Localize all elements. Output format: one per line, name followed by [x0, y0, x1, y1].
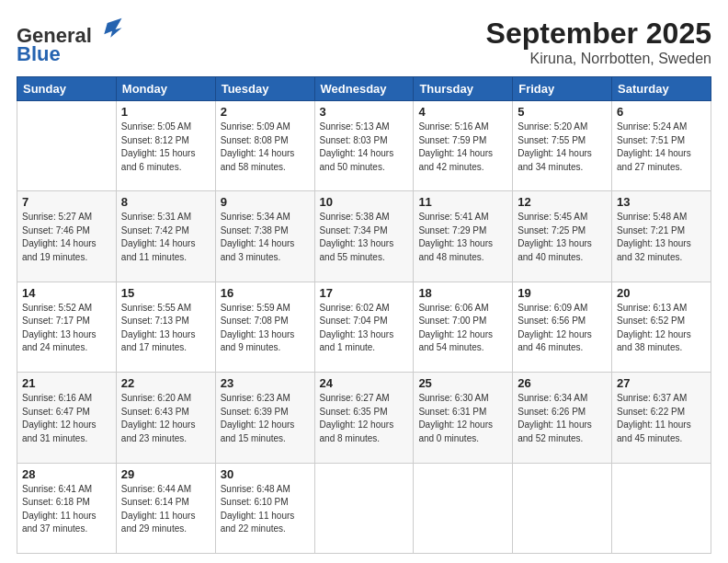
day-info: Sunrise: 5:38 AM Sunset: 7:34 PM Dayligh…	[320, 211, 409, 264]
calendar-cell: 13Sunrise: 5:48 AM Sunset: 7:21 PM Dayli…	[612, 191, 711, 282]
day-number: 6	[617, 105, 706, 119]
calendar-cell	[314, 463, 414, 553]
logo-bird-icon	[99, 17, 125, 42]
weekday-header-monday: Monday	[116, 77, 215, 101]
day-number: 28	[22, 467, 111, 481]
weekday-header-wednesday: Wednesday	[314, 77, 414, 101]
day-info: Sunrise: 6:41 AM Sunset: 6:18 PM Dayligh…	[22, 483, 111, 536]
day-info: Sunrise: 5:20 AM Sunset: 7:55 PM Dayligh…	[518, 121, 607, 174]
day-number: 17	[320, 286, 409, 300]
day-info: Sunrise: 6:06 AM Sunset: 7:00 PM Dayligh…	[418, 302, 507, 355]
calendar-cell: 3Sunrise: 5:13 AM Sunset: 8:03 PM Daylig…	[314, 101, 414, 191]
calendar-cell: 2Sunrise: 5:09 AM Sunset: 8:08 PM Daylig…	[215, 101, 314, 191]
day-number: 14	[22, 286, 111, 300]
calendar-cell: 23Sunrise: 6:23 AM Sunset: 6:39 PM Dayli…	[215, 373, 314, 463]
day-number: 29	[121, 467, 210, 481]
calendar-cell: 8Sunrise: 5:31 AM Sunset: 7:42 PM Daylig…	[116, 191, 215, 282]
day-info: Sunrise: 6:27 AM Sunset: 6:35 PM Dayligh…	[320, 392, 409, 445]
day-number: 13	[617, 195, 706, 209]
day-number: 8	[121, 195, 210, 209]
calendar-cell	[513, 463, 612, 553]
calendar-cell: 5Sunrise: 5:20 AM Sunset: 7:55 PM Daylig…	[513, 101, 612, 191]
day-info: Sunrise: 6:30 AM Sunset: 6:31 PM Dayligh…	[418, 392, 507, 445]
calendar-cell: 15Sunrise: 5:55 AM Sunset: 7:13 PM Dayli…	[116, 282, 215, 372]
calendar-cell: 10Sunrise: 5:38 AM Sunset: 7:34 PM Dayli…	[314, 191, 414, 282]
calendar-cell: 21Sunrise: 6:16 AM Sunset: 6:47 PM Dayli…	[17, 373, 117, 463]
day-info: Sunrise: 6:16 AM Sunset: 6:47 PM Dayligh…	[22, 392, 111, 445]
day-info: Sunrise: 5:31 AM Sunset: 7:42 PM Dayligh…	[121, 211, 210, 264]
calendar-cell: 11Sunrise: 5:41 AM Sunset: 7:29 PM Dayli…	[414, 191, 513, 282]
calendar-cell: 4Sunrise: 5:16 AM Sunset: 7:59 PM Daylig…	[414, 101, 513, 191]
day-info: Sunrise: 5:34 AM Sunset: 7:38 PM Dayligh…	[221, 211, 310, 264]
logo: General Blue	[17, 17, 125, 65]
day-number: 25	[418, 376, 507, 390]
day-info: Sunrise: 6:09 AM Sunset: 6:56 PM Dayligh…	[518, 302, 607, 355]
calendar-cell: 27Sunrise: 6:37 AM Sunset: 6:22 PM Dayli…	[612, 373, 711, 463]
calendar-table: SundayMondayTuesdayWednesdayThursdayFrid…	[17, 76, 711, 554]
day-info: Sunrise: 6:48 AM Sunset: 6:10 PM Dayligh…	[221, 483, 310, 536]
day-info: Sunrise: 5:59 AM Sunset: 7:08 PM Dayligh…	[221, 302, 310, 355]
calendar-cell	[414, 463, 513, 553]
day-number: 20	[617, 286, 706, 300]
day-number: 2	[221, 105, 310, 119]
day-number: 10	[320, 195, 409, 209]
calendar-header-row: SundayMondayTuesdayWednesdayThursdayFrid…	[17, 77, 711, 101]
calendar-cell: 6Sunrise: 5:24 AM Sunset: 7:51 PM Daylig…	[612, 101, 711, 191]
calendar-cell: 20Sunrise: 6:13 AM Sunset: 6:52 PM Dayli…	[612, 282, 711, 372]
day-number: 1	[121, 105, 210, 119]
day-number: 18	[418, 286, 507, 300]
day-number: 30	[221, 467, 310, 481]
calendar-cell: 24Sunrise: 6:27 AM Sunset: 6:35 PM Dayli…	[314, 373, 414, 463]
day-info: Sunrise: 5:55 AM Sunset: 7:13 PM Dayligh…	[121, 302, 210, 355]
calendar-cell: 25Sunrise: 6:30 AM Sunset: 6:31 PM Dayli…	[414, 373, 513, 463]
day-info: Sunrise: 6:37 AM Sunset: 6:22 PM Dayligh…	[617, 392, 706, 445]
calendar-cell	[17, 101, 117, 191]
day-info: Sunrise: 6:20 AM Sunset: 6:43 PM Dayligh…	[121, 392, 210, 445]
calendar-cell: 19Sunrise: 6:09 AM Sunset: 6:56 PM Dayli…	[513, 282, 612, 372]
calendar-week-row: 28Sunrise: 6:41 AM Sunset: 6:18 PM Dayli…	[17, 463, 711, 553]
calendar-cell: 16Sunrise: 5:59 AM Sunset: 7:08 PM Dayli…	[215, 282, 314, 372]
calendar-cell: 7Sunrise: 5:27 AM Sunset: 7:46 PM Daylig…	[17, 191, 117, 282]
weekday-header-friday: Friday	[513, 77, 612, 101]
day-number: 9	[221, 195, 310, 209]
day-number: 27	[617, 376, 706, 390]
calendar-week-row: 7Sunrise: 5:27 AM Sunset: 7:46 PM Daylig…	[17, 191, 711, 282]
day-info: Sunrise: 5:09 AM Sunset: 8:08 PM Dayligh…	[221, 121, 310, 174]
calendar-cell: 12Sunrise: 5:45 AM Sunset: 7:25 PM Dayli…	[513, 191, 612, 282]
day-info: Sunrise: 5:13 AM Sunset: 8:03 PM Dayligh…	[320, 121, 409, 174]
day-number: 19	[518, 286, 607, 300]
page-title: September 2025	[486, 17, 711, 51]
day-info: Sunrise: 6:34 AM Sunset: 6:26 PM Dayligh…	[518, 392, 607, 445]
day-number: 12	[518, 195, 607, 209]
day-number: 26	[518, 376, 607, 390]
day-info: Sunrise: 5:48 AM Sunset: 7:21 PM Dayligh…	[617, 211, 706, 264]
day-info: Sunrise: 6:13 AM Sunset: 6:52 PM Dayligh…	[617, 302, 706, 355]
day-number: 23	[221, 376, 310, 390]
calendar-cell: 1Sunrise: 5:05 AM Sunset: 8:12 PM Daylig…	[116, 101, 215, 191]
day-info: Sunrise: 5:24 AM Sunset: 7:51 PM Dayligh…	[617, 121, 706, 174]
calendar-cell: 28Sunrise: 6:41 AM Sunset: 6:18 PM Dayli…	[17, 463, 117, 553]
day-info: Sunrise: 5:27 AM Sunset: 7:46 PM Dayligh…	[22, 211, 111, 264]
day-info: Sunrise: 5:45 AM Sunset: 7:25 PM Dayligh…	[518, 211, 607, 264]
calendar-cell: 17Sunrise: 6:02 AM Sunset: 7:04 PM Dayli…	[314, 282, 414, 372]
calendar-cell: 14Sunrise: 5:52 AM Sunset: 7:17 PM Dayli…	[17, 282, 117, 372]
calendar-cell: 29Sunrise: 6:44 AM Sunset: 6:14 PM Dayli…	[116, 463, 215, 553]
calendar-cell	[612, 463, 711, 553]
day-info: Sunrise: 5:52 AM Sunset: 7:17 PM Dayligh…	[22, 302, 111, 355]
title-block: September 2025 Kiruna, Norrbotten, Swede…	[486, 17, 711, 67]
day-number: 15	[121, 286, 210, 300]
day-number: 22	[121, 376, 210, 390]
header: General Blue September 2025 Kiruna, Norr…	[17, 17, 711, 67]
day-info: Sunrise: 6:23 AM Sunset: 6:39 PM Dayligh…	[221, 392, 310, 445]
day-info: Sunrise: 6:02 AM Sunset: 7:04 PM Dayligh…	[320, 302, 409, 355]
page: General Blue September 2025 Kiruna, Norr…	[0, 0, 728, 563]
day-info: Sunrise: 6:44 AM Sunset: 6:14 PM Dayligh…	[121, 483, 210, 536]
calendar-cell: 22Sunrise: 6:20 AM Sunset: 6:43 PM Dayli…	[116, 373, 215, 463]
weekday-header-saturday: Saturday	[612, 77, 711, 101]
day-number: 16	[221, 286, 310, 300]
day-info: Sunrise: 5:16 AM Sunset: 7:59 PM Dayligh…	[418, 121, 507, 174]
weekday-header-sunday: Sunday	[17, 77, 117, 101]
day-number: 11	[418, 195, 507, 209]
calendar-cell: 26Sunrise: 6:34 AM Sunset: 6:26 PM Dayli…	[513, 373, 612, 463]
calendar-cell: 30Sunrise: 6:48 AM Sunset: 6:10 PM Dayli…	[215, 463, 314, 553]
